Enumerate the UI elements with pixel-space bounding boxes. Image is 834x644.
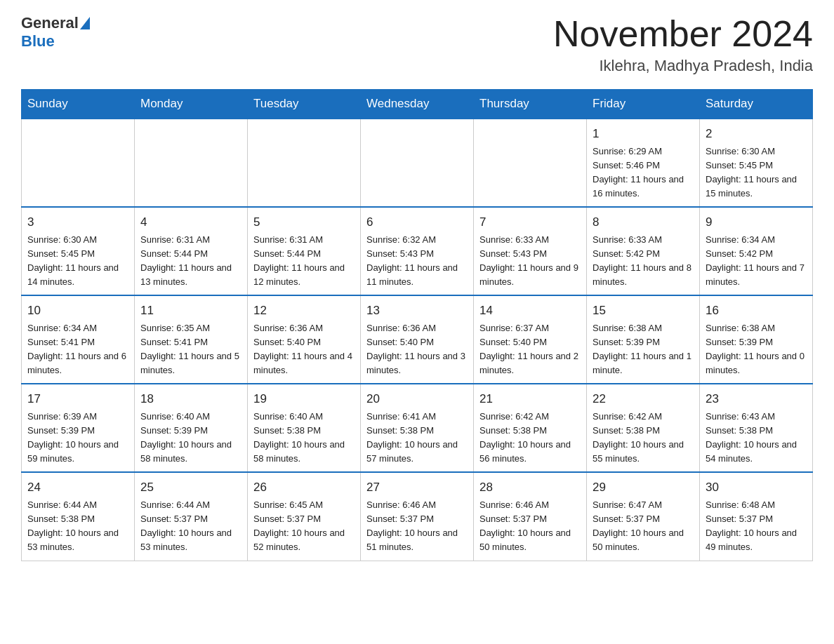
calendar-cell: 5Sunrise: 6:31 AM Sunset: 5:44 PM Daylig… [248,207,361,295]
day-number: 6 [366,213,468,232]
calendar-cell: 1Sunrise: 6:29 AM Sunset: 5:46 PM Daylig… [587,119,700,207]
day-number: 15 [593,302,694,320]
calendar-cell: 26Sunrise: 6:45 AM Sunset: 5:37 PM Dayli… [248,472,361,561]
calendar-cell: 8Sunrise: 6:33 AM Sunset: 5:42 PM Daylig… [587,207,700,295]
day-number: 16 [706,302,807,320]
calendar-cell [22,119,135,207]
calendar-cell: 22Sunrise: 6:42 AM Sunset: 5:38 PM Dayli… [587,384,700,472]
day-header-sunday: Sunday [22,90,135,119]
calendar-cell [474,119,587,207]
day-info: Sunrise: 6:38 AM Sunset: 5:39 PM Dayligh… [706,321,807,378]
day-info: Sunrise: 6:38 AM Sunset: 5:39 PM Dayligh… [593,321,694,378]
day-header-saturday: Saturday [700,90,813,119]
page-header: General Blue November 2024 Iklehra, Madh… [21,14,813,75]
calendar-cell [135,119,248,207]
day-number: 5 [253,213,355,232]
logo: General Blue [21,14,90,51]
day-number: 7 [479,213,581,232]
day-number: 13 [366,302,468,320]
logo-general-text: General [21,14,79,32]
calendar-cell: 3Sunrise: 6:30 AM Sunset: 5:45 PM Daylig… [22,207,135,295]
calendar-cell: 17Sunrise: 6:39 AM Sunset: 5:39 PM Dayli… [22,384,135,472]
calendar-cell: 19Sunrise: 6:40 AM Sunset: 5:38 PM Dayli… [248,384,361,472]
calendar-title: November 2024 [553,14,813,54]
calendar-cell: 10Sunrise: 6:34 AM Sunset: 5:41 PM Dayli… [22,295,135,384]
day-number: 28 [479,478,581,497]
day-number: 9 [706,213,807,232]
day-number: 12 [253,302,355,320]
week-row-4: 17Sunrise: 6:39 AM Sunset: 5:39 PM Dayli… [22,384,813,472]
calendar-cell: 14Sunrise: 6:37 AM Sunset: 5:40 PM Dayli… [474,295,587,384]
logo-blue-text: Blue [21,32,55,51]
day-header-wednesday: Wednesday [361,90,474,119]
day-header-thursday: Thursday [474,90,587,119]
day-info: Sunrise: 6:34 AM Sunset: 5:42 PM Dayligh… [706,233,807,290]
header-row: SundayMondayTuesdayWednesdayThursdayFrid… [22,90,813,119]
week-row-1: 1Sunrise: 6:29 AM Sunset: 5:46 PM Daylig… [22,119,813,207]
day-number: 1 [593,125,694,143]
week-row-3: 10Sunrise: 6:34 AM Sunset: 5:41 PM Dayli… [22,295,813,384]
day-info: Sunrise: 6:31 AM Sunset: 5:44 PM Dayligh… [253,233,355,290]
calendar-cell: 4Sunrise: 6:31 AM Sunset: 5:44 PM Daylig… [135,207,248,295]
day-info: Sunrise: 6:40 AM Sunset: 5:38 PM Dayligh… [253,410,355,467]
day-info: Sunrise: 6:47 AM Sunset: 5:37 PM Dayligh… [593,498,694,555]
day-number: 18 [140,390,241,408]
calendar-cell: 25Sunrise: 6:44 AM Sunset: 5:37 PM Dayli… [135,472,248,561]
day-info: Sunrise: 6:37 AM Sunset: 5:40 PM Dayligh… [479,321,581,378]
day-number: 19 [253,390,355,408]
calendar-cell: 12Sunrise: 6:36 AM Sunset: 5:40 PM Dayli… [248,295,361,384]
calendar-cell: 16Sunrise: 6:38 AM Sunset: 5:39 PM Dayli… [700,295,813,384]
day-info: Sunrise: 6:36 AM Sunset: 5:40 PM Dayligh… [253,321,355,378]
day-number: 8 [593,213,694,232]
calendar-cell: 6Sunrise: 6:32 AM Sunset: 5:43 PM Daylig… [361,207,474,295]
week-row-5: 24Sunrise: 6:44 AM Sunset: 5:38 PM Dayli… [22,472,813,561]
day-info: Sunrise: 6:31 AM Sunset: 5:44 PM Dayligh… [140,233,241,290]
day-info: Sunrise: 6:29 AM Sunset: 5:46 PM Dayligh… [593,145,694,201]
day-header-friday: Friday [587,90,700,119]
day-info: Sunrise: 6:36 AM Sunset: 5:40 PM Dayligh… [366,321,468,378]
calendar-cell: 20Sunrise: 6:41 AM Sunset: 5:38 PM Dayli… [361,384,474,472]
day-number: 30 [706,478,807,497]
day-info: Sunrise: 6:41 AM Sunset: 5:38 PM Dayligh… [366,410,468,467]
calendar-cell: 24Sunrise: 6:44 AM Sunset: 5:38 PM Dayli… [22,472,135,561]
logo-triangle-icon [80,17,90,29]
day-info: Sunrise: 6:39 AM Sunset: 5:39 PM Dayligh… [27,410,128,467]
calendar-cell: 15Sunrise: 6:38 AM Sunset: 5:39 PM Dayli… [587,295,700,384]
calendar-cell: 30Sunrise: 6:48 AM Sunset: 5:37 PM Dayli… [700,472,813,561]
day-info: Sunrise: 6:48 AM Sunset: 5:37 PM Dayligh… [706,498,807,555]
day-number: 2 [706,125,807,143]
day-info: Sunrise: 6:46 AM Sunset: 5:37 PM Dayligh… [366,498,468,555]
day-info: Sunrise: 6:30 AM Sunset: 5:45 PM Dayligh… [27,233,128,290]
calendar-cell: 2Sunrise: 6:30 AM Sunset: 5:45 PM Daylig… [700,119,813,207]
day-header-tuesday: Tuesday [248,90,361,119]
day-info: Sunrise: 6:42 AM Sunset: 5:38 PM Dayligh… [479,410,581,467]
calendar-cell: 27Sunrise: 6:46 AM Sunset: 5:37 PM Dayli… [361,472,474,561]
title-area: November 2024 Iklehra, Madhya Pradesh, I… [553,14,813,75]
calendar-cell: 13Sunrise: 6:36 AM Sunset: 5:40 PM Dayli… [361,295,474,384]
day-number: 23 [706,390,807,408]
day-info: Sunrise: 6:40 AM Sunset: 5:39 PM Dayligh… [140,410,241,467]
day-number: 10 [27,302,128,320]
day-info: Sunrise: 6:33 AM Sunset: 5:43 PM Dayligh… [479,233,581,290]
day-info: Sunrise: 6:44 AM Sunset: 5:38 PM Dayligh… [27,498,128,555]
day-number: 21 [479,390,581,408]
day-info: Sunrise: 6:32 AM Sunset: 5:43 PM Dayligh… [366,233,468,290]
day-info: Sunrise: 6:42 AM Sunset: 5:38 PM Dayligh… [593,410,694,467]
day-number: 3 [27,213,128,232]
calendar-cell [361,119,474,207]
day-number: 22 [593,390,694,408]
day-number: 25 [140,478,241,497]
day-number: 27 [366,478,468,497]
day-number: 24 [27,478,128,497]
day-number: 29 [593,478,694,497]
calendar-cell: 7Sunrise: 6:33 AM Sunset: 5:43 PM Daylig… [474,207,587,295]
day-number: 11 [140,302,241,320]
calendar-cell: 9Sunrise: 6:34 AM Sunset: 5:42 PM Daylig… [700,207,813,295]
day-info: Sunrise: 6:35 AM Sunset: 5:41 PM Dayligh… [140,321,241,378]
day-info: Sunrise: 6:34 AM Sunset: 5:41 PM Dayligh… [27,321,128,378]
day-info: Sunrise: 6:33 AM Sunset: 5:42 PM Dayligh… [593,233,694,290]
day-number: 20 [366,390,468,408]
calendar-subtitle: Iklehra, Madhya Pradesh, India [553,57,813,75]
day-number: 4 [140,213,241,232]
day-info: Sunrise: 6:44 AM Sunset: 5:37 PM Dayligh… [140,498,241,555]
